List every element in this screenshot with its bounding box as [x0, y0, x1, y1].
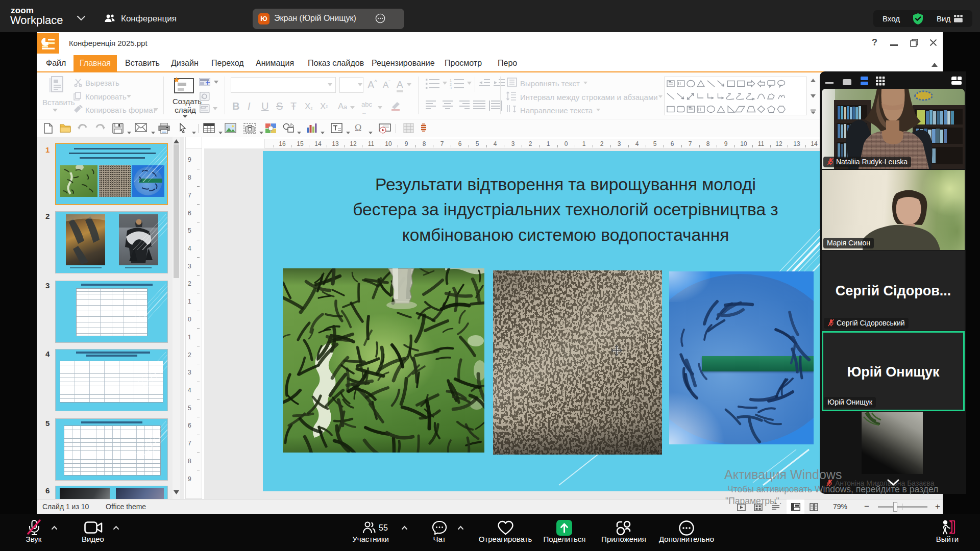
svg-text:2: 2	[450, 83, 452, 86]
svg-text:1: 1	[450, 79, 452, 82]
svg-text:3: 3	[450, 86, 452, 89]
